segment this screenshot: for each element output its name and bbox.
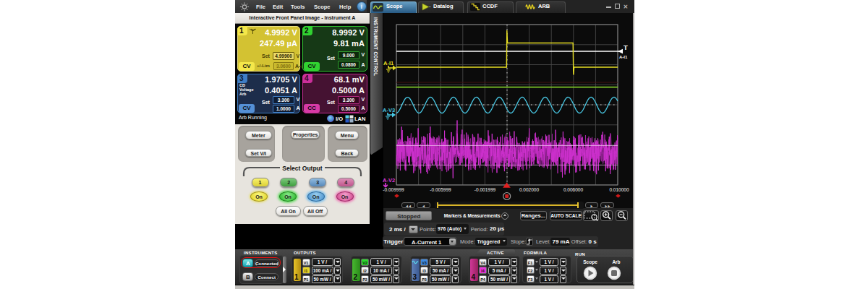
svg-text:-0.009999: -0.009999: [383, 187, 404, 192]
svg-text:A-V2: A-V2: [383, 177, 395, 184]
svg-text:0.002000: 0.002000: [519, 187, 539, 192]
svg-text:T: T: [624, 43, 628, 51]
svg-text:A-I1: A-I1: [619, 55, 628, 59]
svg-text:0.006000: 0.006000: [563, 187, 583, 192]
svg-text:A-V3: A-V3: [383, 107, 395, 113]
svg-text:0.010000: 0.010000: [609, 187, 629, 192]
svg-text:-0.005999: -0.005999: [430, 187, 451, 192]
svg-text:A-I1: A-I1: [383, 60, 393, 66]
svg-text:-0.001999: -0.001999: [475, 187, 496, 192]
